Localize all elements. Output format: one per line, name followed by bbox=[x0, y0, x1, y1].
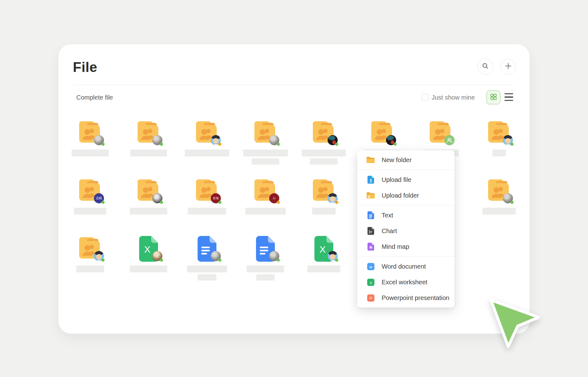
menu-group: Text Chart Mind map bbox=[357, 205, 455, 256]
shared-folder-icon[interactable] bbox=[311, 178, 336, 203]
presence-dot bbox=[335, 143, 338, 146]
file-app-panel: File Complete file Just show mine bbox=[58, 44, 530, 334]
svg-text:P: P bbox=[369, 296, 372, 300]
file-item[interactable] bbox=[194, 120, 220, 145]
presence-dot bbox=[510, 143, 514, 146]
shared-folder-icon[interactable]: 志程 bbox=[78, 178, 103, 203]
just-show-mine-label[interactable]: Just show mine bbox=[432, 94, 475, 101]
file-name-placeholder bbox=[130, 208, 167, 215]
excel-file-icon[interactable]: X bbox=[311, 236, 336, 261]
presence-dot bbox=[277, 143, 280, 146]
add-button[interactable] bbox=[500, 59, 516, 74]
shared-folder-icon[interactable] bbox=[487, 120, 512, 145]
upload-file-menu-item[interactable]: Upload file bbox=[357, 172, 455, 188]
menu-item-label: Word document bbox=[382, 263, 426, 270]
create-context-menu: New folder Upload file Upload folder Tex… bbox=[357, 150, 455, 308]
screen: File Complete file Just show mine bbox=[0, 0, 588, 377]
file-item[interactable] bbox=[78, 120, 103, 145]
file-item[interactable] bbox=[253, 120, 278, 145]
doc-file-icon[interactable] bbox=[194, 236, 220, 261]
presence-dot bbox=[101, 201, 105, 204]
file-name-placeholder bbox=[187, 265, 227, 272]
excel-worksheet-menu-item[interactable]: xExcel worksheet bbox=[357, 274, 455, 290]
file-item[interactable] bbox=[311, 178, 336, 203]
file-item[interactable] bbox=[194, 236, 220, 261]
mind-map-menu-item[interactable]: Mind map bbox=[357, 239, 455, 254]
chart-icon bbox=[367, 227, 375, 235]
upload-folder-icon bbox=[367, 191, 375, 199]
shared-folder-icon[interactable] bbox=[136, 120, 161, 145]
file-name-placeholder bbox=[252, 158, 279, 165]
upload-folder-menu-item[interactable]: Upload folder bbox=[357, 188, 455, 203]
mind-map-icon bbox=[367, 243, 375, 251]
file-item[interactable] bbox=[428, 120, 453, 145]
svg-text:w: w bbox=[369, 264, 372, 269]
just-show-mine-checkbox[interactable] bbox=[422, 94, 429, 101]
menu-group: New folder bbox=[357, 150, 455, 170]
member-avatar bbox=[444, 135, 455, 145]
file-item[interactable]: X bbox=[136, 236, 161, 261]
shared-folder-icon[interactable] bbox=[487, 178, 512, 203]
text-menu-item[interactable]: Text bbox=[357, 207, 455, 223]
file-name-placeholder bbox=[185, 150, 229, 156]
menu-item-label: Chart bbox=[382, 227, 397, 235]
file-item[interactable] bbox=[78, 236, 103, 261]
excel-file-icon[interactable]: X bbox=[136, 236, 161, 261]
shared-folder-icon[interactable] bbox=[253, 120, 278, 145]
list-view-icon-line bbox=[504, 93, 513, 94]
file-item[interactable] bbox=[487, 178, 512, 203]
file-item[interactable] bbox=[253, 236, 278, 261]
presence-dot bbox=[160, 201, 163, 204]
new-folder-menu-item[interactable]: New folder bbox=[357, 152, 455, 168]
presence-dot bbox=[335, 259, 338, 262]
file-item[interactable] bbox=[487, 120, 512, 145]
page-title: File bbox=[73, 59, 97, 75]
shared-folder-icon[interactable] bbox=[370, 120, 395, 145]
file-name-placeholder bbox=[247, 265, 284, 272]
chart-menu-item[interactable]: Chart bbox=[357, 223, 455, 239]
powerpoint-presentation-menu-item[interactable]: PPowerpoint presentation bbox=[357, 290, 455, 306]
presence-dot bbox=[277, 259, 280, 262]
grid-view-toggle[interactable] bbox=[487, 90, 500, 104]
file-item[interactable] bbox=[136, 178, 161, 203]
shared-folder-icon[interactable] bbox=[78, 120, 103, 145]
shared-folder-icon[interactable] bbox=[136, 178, 161, 203]
svg-text:x: x bbox=[370, 280, 372, 285]
file-item[interactable] bbox=[311, 120, 336, 145]
list-view-toggle[interactable] bbox=[504, 93, 513, 101]
file-item[interactable]: LI bbox=[253, 178, 278, 203]
file-item[interactable]: 世旭 bbox=[194, 178, 220, 203]
file-item[interactable]: 志程 bbox=[78, 178, 103, 203]
file-item[interactable]: X bbox=[311, 236, 336, 261]
file-item[interactable] bbox=[370, 120, 395, 145]
file-name-placeholder bbox=[256, 274, 275, 281]
shared-folder-icon[interactable]: LI bbox=[253, 178, 278, 203]
powerpoint-presentation-icon: P bbox=[367, 294, 375, 302]
search-button[interactable] bbox=[477, 59, 493, 74]
shared-folder-icon[interactable] bbox=[78, 236, 103, 261]
upload-file-icon bbox=[367, 176, 375, 184]
shared-folder-icon[interactable] bbox=[311, 120, 336, 145]
shared-folder-icon[interactable] bbox=[194, 120, 220, 145]
presence-dot bbox=[160, 259, 163, 262]
file-name-placeholder bbox=[482, 208, 516, 215]
word-document-icon: w bbox=[367, 262, 375, 270]
menu-item-label: Mind map bbox=[382, 243, 409, 250]
shared-folder-icon[interactable]: 世旭 bbox=[194, 178, 220, 203]
word-document-menu-item[interactable]: wWord document bbox=[357, 259, 455, 274]
presence-dot bbox=[218, 259, 221, 262]
complete-file-label: Complete file bbox=[76, 94, 113, 101]
file-item[interactable] bbox=[136, 120, 161, 145]
file-name-placeholder bbox=[310, 158, 338, 165]
shared-folder-icon[interactable] bbox=[428, 120, 453, 145]
svg-text:X: X bbox=[144, 244, 150, 254]
menu-item-label: Upload file bbox=[382, 176, 411, 183]
menu-item-label: Powerpoint presentation bbox=[382, 294, 449, 302]
list-view-icon-line bbox=[504, 96, 513, 97]
plus-icon bbox=[505, 63, 512, 71]
presence-dot bbox=[218, 143, 221, 146]
doc-file-icon[interactable] bbox=[253, 236, 278, 261]
menu-item-label: Text bbox=[382, 212, 393, 219]
file-name-placeholder bbox=[130, 150, 167, 156]
presence-dot bbox=[101, 259, 105, 262]
